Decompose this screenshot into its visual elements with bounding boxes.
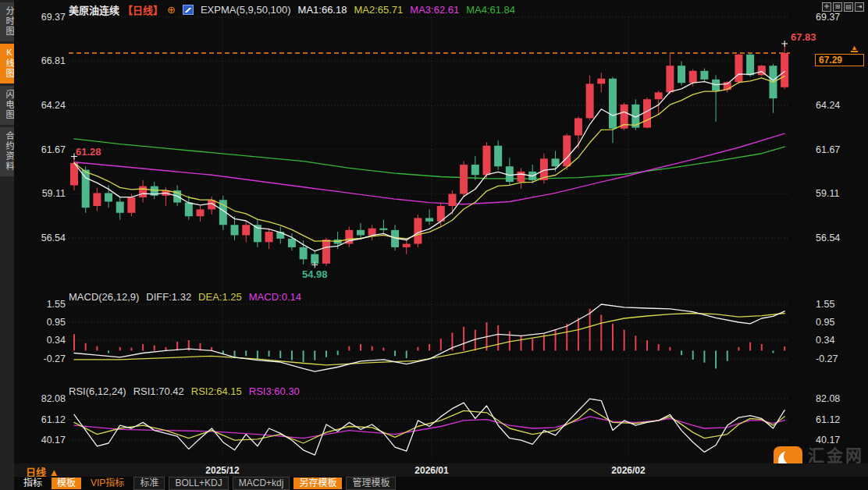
axis-label: 64.24 bbox=[41, 100, 66, 111]
rsi1-value: RSI1:70.42 bbox=[133, 385, 184, 397]
axis-label: 0.34 bbox=[816, 335, 834, 346]
axis-label: 1.55 bbox=[47, 299, 66, 310]
xaxis-date-label: 2025/12 bbox=[199, 465, 246, 476]
axis-label: 59.11 bbox=[816, 188, 839, 199]
start-high-price-label: 61.28 bbox=[76, 146, 101, 158]
macd-diff-value: DIFF:1.32 bbox=[146, 291, 191, 303]
candles-layer bbox=[70, 44, 788, 266]
instrument-title: 美原油连续 bbox=[69, 2, 119, 17]
macd-macd-value: MACD:0.14 bbox=[249, 291, 301, 303]
ma4-value: MA4:61.84 bbox=[466, 4, 515, 16]
macd-indicator-name: MACD(26,12,9) bbox=[69, 291, 139, 303]
axis-label: 56.54 bbox=[816, 233, 840, 243]
rsi2-value: RSI2:64.15 bbox=[191, 385, 242, 397]
axis-label: 56.54 bbox=[41, 233, 66, 243]
tab-macd-kdj-template[interactable]: MACD+kdj bbox=[233, 477, 290, 490]
exit-fullscreen-icon[interactable]: ⇥ bbox=[855, 2, 864, 12]
chart-header: 美原油连续【日线】⊕ EXPMA(5,9,50,100) MA1:66.18 M… bbox=[69, 3, 515, 16]
sidebar-item-kline-chart[interactable]: K线图 bbox=[0, 44, 14, 83]
rsi-header: RSI(6,12,24) RSI1:70.42 RSI2:64.15 RSI3:… bbox=[69, 385, 300, 397]
tab-standard-template[interactable]: 标准 bbox=[133, 477, 165, 490]
ma1-value: MA1:66.18 bbox=[298, 4, 347, 16]
period-tag: 【日线】 bbox=[123, 2, 163, 17]
axis-label: 69.37 bbox=[816, 12, 840, 23]
latest-price-marker-icon: ▲ bbox=[851, 44, 858, 52]
axis-label: 61.12 bbox=[816, 414, 840, 425]
macd-dea-value: DEA:1.25 bbox=[198, 291, 242, 303]
low-price-label: 54.98 bbox=[302, 268, 328, 280]
tab-templates[interactable]: 模板 bbox=[52, 478, 81, 489]
axis-label: 59.11 bbox=[42, 188, 66, 199]
axis-label: 0.95 bbox=[47, 317, 66, 328]
ma2-value: MA2:65.71 bbox=[354, 4, 403, 16]
kline-chart-canvas[interactable]: 69.3769.3766.8166.8164.2464.2461.6761.67… bbox=[0, 0, 868, 490]
axis-label: 66.81 bbox=[41, 55, 66, 66]
xaxis-date-label: 2026/02 bbox=[605, 465, 652, 476]
axis-label: 61.67 bbox=[816, 144, 840, 155]
axis-label: -0.27 bbox=[816, 353, 838, 364]
axis-label: 1.55 bbox=[816, 299, 834, 310]
sidebar-item-lightning-chart[interactable]: 闪电图 bbox=[0, 86, 14, 125]
ma3-value: MA3:62.61 bbox=[410, 4, 459, 16]
sidebar-item-contract-info[interactable]: 合约资料 bbox=[0, 127, 14, 176]
tab-indicators[interactable]: 指标 bbox=[18, 478, 48, 489]
add-indicator-icon[interactable]: ⊕ bbox=[167, 4, 176, 16]
rsi3-value: RSI3:60.30 bbox=[249, 385, 300, 397]
rsi-layer bbox=[74, 399, 784, 455]
axis-label: 0.95 bbox=[816, 317, 834, 328]
save-template-button[interactable]: 另存模板 bbox=[293, 478, 342, 489]
axis-label: 82.08 bbox=[816, 393, 840, 404]
axis-label: 61.12 bbox=[41, 414, 66, 425]
tab-boll-kdj-template[interactable]: BOLL+KDJ bbox=[169, 477, 228, 490]
template-toolbar: 指标 模板 VIP指标 标准 BOLL+KDJ MACD+kdj 另存模板 管理… bbox=[14, 477, 868, 490]
sidebar-item-time-chart[interactable]: 分时图 bbox=[0, 2, 14, 41]
chart-type-sidebar: 分时图 K线图 闪电图 合约资料 bbox=[0, 0, 14, 490]
axis-label: 40.17 bbox=[816, 435, 840, 446]
watermark-site-name: 汇金网 bbox=[808, 446, 868, 465]
manage-template-button[interactable]: 管理模板 bbox=[346, 477, 396, 490]
tab-vip-indicators[interactable]: VIP指标 bbox=[85, 478, 130, 489]
axis-label: 0.34 bbox=[47, 335, 66, 346]
high-price-label: 67.83 bbox=[791, 31, 816, 43]
axis-label: 64.24 bbox=[816, 100, 840, 111]
axis-label: 61.67 bbox=[41, 144, 66, 155]
rsi-indicator-name: RSI(6,12,24) bbox=[69, 385, 126, 397]
add-window-icon[interactable]: ⊞ bbox=[833, 2, 842, 12]
axis-label: 69.37 bbox=[41, 12, 66, 23]
kline-style-icon[interactable] bbox=[183, 5, 194, 15]
xaxis-row: 日线 ▲ 2025/12 2026/01 2026/02 bbox=[0, 463, 868, 477]
chart-flag-icon[interactable]: ▤ bbox=[844, 2, 853, 12]
axis-label: -0.27 bbox=[44, 353, 66, 364]
axis-label: 82.08 bbox=[41, 393, 66, 404]
macd-header: MACD(26,12,9) DIFF:1.32 DEA:1.25 MACD:0.… bbox=[69, 291, 301, 303]
crosshair-icon[interactable]: ✛ bbox=[822, 2, 831, 12]
macd-layer bbox=[74, 304, 784, 371]
window-toolbar: ✛ ⊞ ▤ ⇥ bbox=[822, 2, 864, 12]
indicator-name: EXPMA(5,9,50,100) bbox=[201, 4, 291, 16]
chart-application-window: 分时图 K线图 闪电图 合约资料 美原油连续【日线】⊕ EXPMA(5,9,50… bbox=[0, 0, 868, 490]
xaxis-date-label: 2026/01 bbox=[408, 465, 455, 476]
last-price-tag: 67.29 bbox=[815, 54, 864, 66]
axis-label: 40.17 bbox=[41, 435, 66, 446]
